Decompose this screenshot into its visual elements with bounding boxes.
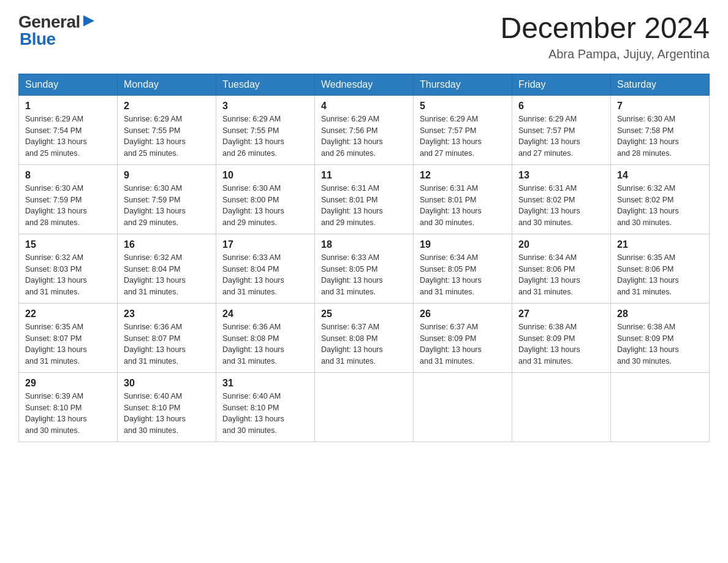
logo: General Blue xyxy=(18,12,96,49)
day-info: Sunrise: 6:32 AM Sunset: 8:02 PM Dayligh… xyxy=(617,183,703,229)
day-info: Sunrise: 6:29 AM Sunset: 7:57 PM Dayligh… xyxy=(518,113,604,159)
title-section: December 2024 Abra Pampa, Jujuy, Argenti… xyxy=(500,12,710,61)
day-cell: 8Sunrise: 6:30 AM Sunset: 7:59 PM Daylig… xyxy=(19,164,118,234)
day-number: 11 xyxy=(321,170,407,181)
day-cell: 20Sunrise: 6:34 AM Sunset: 8:06 PM Dayli… xyxy=(512,234,611,303)
day-info: Sunrise: 6:33 AM Sunset: 8:04 PM Dayligh… xyxy=(222,252,308,298)
day-info: Sunrise: 6:36 AM Sunset: 8:08 PM Dayligh… xyxy=(222,321,308,367)
day-cell xyxy=(414,372,512,442)
day-info: Sunrise: 6:34 AM Sunset: 8:06 PM Dayligh… xyxy=(518,252,604,298)
calendar-title: December 2024 xyxy=(500,12,710,45)
day-info: Sunrise: 6:29 AM Sunset: 7:56 PM Dayligh… xyxy=(321,113,407,159)
day-number: 18 xyxy=(321,239,407,250)
day-number: 8 xyxy=(25,170,111,181)
week-row-5: 29Sunrise: 6:39 AM Sunset: 8:10 PM Dayli… xyxy=(19,372,710,442)
day-number: 9 xyxy=(124,170,210,181)
day-info: Sunrise: 6:32 AM Sunset: 8:04 PM Dayligh… xyxy=(124,252,210,298)
day-info: Sunrise: 6:31 AM Sunset: 8:01 PM Dayligh… xyxy=(420,183,506,229)
day-info: Sunrise: 6:30 AM Sunset: 7:59 PM Dayligh… xyxy=(25,183,111,229)
day-cell: 13Sunrise: 6:31 AM Sunset: 8:02 PM Dayli… xyxy=(512,164,611,234)
day-cell: 2Sunrise: 6:29 AM Sunset: 7:55 PM Daylig… xyxy=(118,95,216,164)
day-number: 3 xyxy=(222,101,308,112)
day-number: 31 xyxy=(222,378,308,389)
day-cell: 19Sunrise: 6:34 AM Sunset: 8:05 PM Dayli… xyxy=(414,234,512,303)
svg-marker-0 xyxy=(83,15,94,26)
day-cell: 18Sunrise: 6:33 AM Sunset: 8:05 PM Dayli… xyxy=(315,234,414,303)
day-info: Sunrise: 6:40 AM Sunset: 8:10 PM Dayligh… xyxy=(124,391,210,437)
day-number: 1 xyxy=(25,101,111,112)
day-number: 20 xyxy=(518,239,604,250)
day-info: Sunrise: 6:37 AM Sunset: 8:09 PM Dayligh… xyxy=(420,321,506,367)
day-info: Sunrise: 6:30 AM Sunset: 8:00 PM Dayligh… xyxy=(222,183,308,229)
day-number: 26 xyxy=(420,308,506,320)
logo-triangle xyxy=(82,14,96,30)
day-number: 30 xyxy=(124,378,210,389)
day-cell: 30Sunrise: 6:40 AM Sunset: 8:10 PM Dayli… xyxy=(118,372,216,442)
day-cell: 31Sunrise: 6:40 AM Sunset: 8:10 PM Dayli… xyxy=(216,372,315,442)
day-cell: 28Sunrise: 6:38 AM Sunset: 8:09 PM Dayli… xyxy=(611,303,710,372)
day-cell: 16Sunrise: 6:32 AM Sunset: 8:04 PM Dayli… xyxy=(118,234,216,303)
day-info: Sunrise: 6:40 AM Sunset: 8:10 PM Dayligh… xyxy=(222,391,308,437)
day-number: 12 xyxy=(420,170,506,181)
day-info: Sunrise: 6:30 AM Sunset: 7:58 PM Dayligh… xyxy=(617,113,703,159)
calendar-table: SundayMondayTuesdayWednesdayThursdayFrid… xyxy=(18,74,710,442)
day-cell: 1Sunrise: 6:29 AM Sunset: 7:54 PM Daylig… xyxy=(19,95,118,164)
day-info: Sunrise: 6:29 AM Sunset: 7:55 PM Dayligh… xyxy=(124,113,210,159)
day-cell: 7Sunrise: 6:30 AM Sunset: 7:58 PM Daylig… xyxy=(611,95,710,164)
day-number: 27 xyxy=(518,308,604,320)
day-info: Sunrise: 6:29 AM Sunset: 7:55 PM Dayligh… xyxy=(222,113,308,159)
header-saturday: Saturday xyxy=(611,74,710,95)
day-info: Sunrise: 6:29 AM Sunset: 7:57 PM Dayligh… xyxy=(420,113,506,159)
day-number: 4 xyxy=(321,101,407,112)
calendar-subtitle: Abra Pampa, Jujuy, Argentina xyxy=(500,47,710,61)
day-cell: 25Sunrise: 6:37 AM Sunset: 8:08 PM Dayli… xyxy=(315,303,414,372)
day-cell: 26Sunrise: 6:37 AM Sunset: 8:09 PM Dayli… xyxy=(414,303,512,372)
day-number: 28 xyxy=(617,308,703,320)
day-cell: 5Sunrise: 6:29 AM Sunset: 7:57 PM Daylig… xyxy=(414,95,512,164)
day-number: 16 xyxy=(124,239,210,250)
day-cell: 9Sunrise: 6:30 AM Sunset: 7:59 PM Daylig… xyxy=(118,164,216,234)
day-cell: 12Sunrise: 6:31 AM Sunset: 8:01 PM Dayli… xyxy=(414,164,512,234)
day-number: 29 xyxy=(25,378,111,389)
week-row-1: 1Sunrise: 6:29 AM Sunset: 7:54 PM Daylig… xyxy=(19,95,710,164)
day-number: 24 xyxy=(222,308,308,320)
day-number: 23 xyxy=(124,308,210,320)
header-wednesday: Wednesday xyxy=(315,74,414,95)
day-number: 10 xyxy=(222,170,308,181)
day-info: Sunrise: 6:31 AM Sunset: 8:01 PM Dayligh… xyxy=(321,183,407,229)
day-number: 6 xyxy=(518,101,604,112)
logo-blue-text: Blue xyxy=(20,29,56,49)
day-cell: 10Sunrise: 6:30 AM Sunset: 8:00 PM Dayli… xyxy=(216,164,315,234)
day-info: Sunrise: 6:33 AM Sunset: 8:05 PM Dayligh… xyxy=(321,252,407,298)
day-cell: 22Sunrise: 6:35 AM Sunset: 8:07 PM Dayli… xyxy=(19,303,118,372)
day-cell: 17Sunrise: 6:33 AM Sunset: 8:04 PM Dayli… xyxy=(216,234,315,303)
day-cell: 24Sunrise: 6:36 AM Sunset: 8:08 PM Dayli… xyxy=(216,303,315,372)
day-info: Sunrise: 6:38 AM Sunset: 8:09 PM Dayligh… xyxy=(617,321,703,367)
day-info: Sunrise: 6:37 AM Sunset: 8:08 PM Dayligh… xyxy=(321,321,407,367)
day-cell xyxy=(315,372,414,442)
day-cell: 11Sunrise: 6:31 AM Sunset: 8:01 PM Dayli… xyxy=(315,164,414,234)
day-cell xyxy=(611,372,710,442)
day-cell: 14Sunrise: 6:32 AM Sunset: 8:02 PM Dayli… xyxy=(611,164,710,234)
day-cell: 21Sunrise: 6:35 AM Sunset: 8:06 PM Dayli… xyxy=(611,234,710,303)
day-number: 15 xyxy=(25,239,111,250)
day-info: Sunrise: 6:29 AM Sunset: 7:54 PM Dayligh… xyxy=(25,113,111,159)
day-info: Sunrise: 6:31 AM Sunset: 8:02 PM Dayligh… xyxy=(518,183,604,229)
day-info: Sunrise: 6:36 AM Sunset: 8:07 PM Dayligh… xyxy=(124,321,210,367)
day-number: 5 xyxy=(420,101,506,112)
day-cell: 6Sunrise: 6:29 AM Sunset: 7:57 PM Daylig… xyxy=(512,95,611,164)
day-number: 17 xyxy=(222,239,308,250)
day-number: 13 xyxy=(518,170,604,181)
day-cell: 4Sunrise: 6:29 AM Sunset: 7:56 PM Daylig… xyxy=(315,95,414,164)
day-cell: 3Sunrise: 6:29 AM Sunset: 7:55 PM Daylig… xyxy=(216,95,315,164)
week-row-4: 22Sunrise: 6:35 AM Sunset: 8:07 PM Dayli… xyxy=(19,303,710,372)
day-number: 2 xyxy=(124,101,210,112)
day-info: Sunrise: 6:38 AM Sunset: 8:09 PM Dayligh… xyxy=(518,321,604,367)
day-cell xyxy=(512,372,611,442)
day-info: Sunrise: 6:35 AM Sunset: 8:07 PM Dayligh… xyxy=(25,321,111,367)
week-row-2: 8Sunrise: 6:30 AM Sunset: 7:59 PM Daylig… xyxy=(19,164,710,234)
day-info: Sunrise: 6:35 AM Sunset: 8:06 PM Dayligh… xyxy=(617,252,703,298)
header-tuesday: Tuesday xyxy=(216,74,315,95)
header-thursday: Thursday xyxy=(414,74,512,95)
day-cell: 27Sunrise: 6:38 AM Sunset: 8:09 PM Dayli… xyxy=(512,303,611,372)
